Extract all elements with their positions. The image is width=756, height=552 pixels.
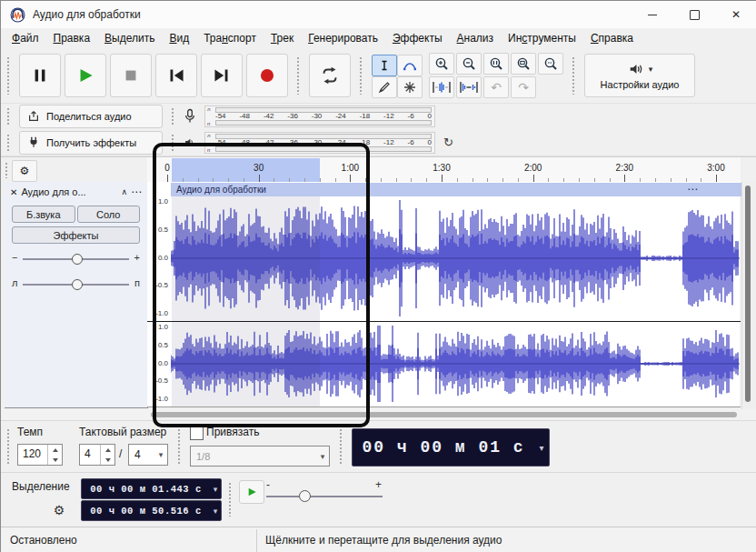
track-collapse-icon[interactable]: ∧ xyxy=(121,187,127,196)
track-effects-button[interactable]: Эффекты xyxy=(12,226,140,244)
tempo-input[interactable]: 120 xyxy=(17,444,63,466)
toolbar-grip[interactable] xyxy=(572,56,576,95)
toolbar-grip[interactable] xyxy=(171,107,175,125)
toolbar-grip[interactable] xyxy=(296,56,301,95)
toolbar-grip[interactable] xyxy=(228,482,233,517)
menu-item-7[interactable]: Генерировать xyxy=(301,30,385,46)
trim-outside-selection-button[interactable] xyxy=(429,76,454,98)
audio-position-display[interactable]: 00 ч 00 м 01 с ▾ xyxy=(352,428,550,467)
clip-menu-icon[interactable]: ⋯ xyxy=(687,183,698,196)
minimize-button[interactable] xyxy=(632,1,673,28)
snap-select[interactable]: 1/8 ▾ xyxy=(190,446,330,467)
selection-start-value[interactable]: 00 ч 00 м 01.443 с xyxy=(82,484,210,495)
toolbar-grip[interactable] xyxy=(171,134,175,152)
tempo-value[interactable]: 120 xyxy=(18,445,47,465)
waveform-area[interactable]: Аудио для обработки ⋯ xyxy=(171,182,740,407)
track-bottom-edge[interactable] xyxy=(147,406,741,407)
play-button[interactable] xyxy=(65,54,106,97)
multi-tool-button[interactable] xyxy=(397,76,423,98)
clip-header[interactable]: Аудио для обработки ⋯ xyxy=(171,183,745,196)
zoom-in-button[interactable] xyxy=(429,53,454,75)
menu-item-10[interactable]: Инструменты xyxy=(501,30,583,46)
toolbar-grip[interactable] xyxy=(177,428,182,465)
beats-input[interactable]: 4 xyxy=(79,444,115,466)
stop-button[interactable] xyxy=(110,54,152,97)
toolbar-grip[interactable] xyxy=(6,56,11,95)
pause-button[interactable] xyxy=(19,54,61,97)
zoom-fit-project-button[interactable] xyxy=(511,53,536,75)
track-control-panel[interactable]: ✕ Аудио для о... ∧ ⋯ Б.звука Соло Эффект… xyxy=(5,182,148,408)
chevron-down-icon[interactable]: ▾ xyxy=(534,443,549,453)
gain-slider[interactable]: − + xyxy=(12,249,140,269)
monitor-refresh-icon[interactable]: ↻ xyxy=(443,135,453,149)
loop-button[interactable] xyxy=(309,54,351,97)
menu-item-5[interactable]: Транспорт xyxy=(196,30,264,46)
redo-button[interactable]: ↷ xyxy=(511,76,536,98)
pan-slider[interactable]: л п xyxy=(12,275,140,295)
selection-end-value[interactable]: 00 ч 00 м 50.516 с xyxy=(82,506,210,517)
envelope-tool-button[interactable] xyxy=(397,55,423,76)
menu-item-11[interactable]: Справка xyxy=(583,30,641,46)
beats-spinner[interactable] xyxy=(100,445,114,465)
skip-to-start-button[interactable] xyxy=(155,54,197,97)
get-effects-button[interactable]: Получить эффекты xyxy=(19,131,163,155)
selection-end-field[interactable]: 00 ч 00 м 50.516 с ▾ xyxy=(81,500,222,521)
snap-checkbox[interactable] xyxy=(190,427,204,440)
audio-setup-button[interactable]: ▾ Настройки аудио xyxy=(584,54,695,97)
recording-meter[interactable]: л п -54-48-42-36-30-24-18-12-60 xyxy=(204,105,435,127)
close-button[interactable]: ✕ xyxy=(715,1,756,28)
solo-button[interactable]: Соло xyxy=(77,206,141,223)
tempo-spinner[interactable] xyxy=(47,445,62,465)
vertical-scrollbar[interactable] xyxy=(741,182,756,409)
channel-separator[interactable] xyxy=(147,321,741,322)
silence-selection-button[interactable] xyxy=(456,76,482,98)
menu-item-8[interactable]: Эффекты xyxy=(385,30,450,46)
skip-to-end-button[interactable] xyxy=(201,54,243,97)
playback-meter[interactable]: л п -54-48-42-36-30-24-18-12-60 xyxy=(204,132,435,154)
denominator-select[interactable]: 4 ▾ xyxy=(128,444,168,466)
beats-value[interactable]: 4 xyxy=(80,445,100,465)
track-name[interactable]: Аудио для о... xyxy=(21,186,117,197)
menu-item-2[interactable]: Правка xyxy=(46,30,98,46)
menu-item-4[interactable]: Вид xyxy=(162,30,196,46)
vertical-scrollbar-thumb[interactable] xyxy=(745,186,751,402)
pan-slider-thumb[interactable] xyxy=(72,279,83,290)
zoom-out-button[interactable] xyxy=(456,53,482,75)
spin-down-button[interactable] xyxy=(48,455,62,465)
toolbar-grip[interactable] xyxy=(6,107,11,125)
draw-tool-button[interactable] xyxy=(372,76,397,98)
toolbar-grip[interactable] xyxy=(5,162,9,178)
timeline-ruler[interactable]: 0301:001:302:002:303:00 xyxy=(147,157,741,184)
menu-item-1[interactable]: Файл xyxy=(5,30,46,46)
audio-position-value[interactable]: 00 ч 00 м 01 с xyxy=(353,438,534,457)
track-close-icon[interactable]: ✕ xyxy=(10,187,17,197)
zoom-toggle-button[interactable] xyxy=(538,53,563,75)
horizontal-scrollbar-thumb[interactable] xyxy=(151,412,737,417)
menu-item-3[interactable]: Выделить xyxy=(97,30,162,46)
mute-button[interactable]: Б.звука xyxy=(12,206,75,223)
selection-options-button[interactable]: ⚙ xyxy=(48,500,70,520)
speed-slider-groove[interactable] xyxy=(266,496,383,497)
toolbar-grip[interactable] xyxy=(339,428,343,465)
spin-up-button[interactable] xyxy=(48,445,62,455)
chevron-down-icon[interactable]: ▾ xyxy=(210,507,221,516)
menu-item-9[interactable]: Анализ xyxy=(450,30,502,46)
zoom-selection-button[interactable] xyxy=(483,53,509,75)
toolbar-grip[interactable] xyxy=(359,56,363,95)
gain-slider-thumb[interactable] xyxy=(72,254,83,265)
toolbar-grip[interactable] xyxy=(6,134,11,152)
timeline-options-button[interactable]: ⚙ xyxy=(12,160,37,182)
chevron-down-icon[interactable]: ▾ xyxy=(210,485,221,494)
selection-start-field[interactable]: 00 ч 00 м 01.443 с ▾ xyxy=(81,478,222,499)
undo-button[interactable]: ↶ xyxy=(483,76,509,98)
speed-slider-thumb[interactable] xyxy=(299,490,311,502)
toolbar-grip[interactable] xyxy=(6,428,11,465)
spin-up-button[interactable] xyxy=(101,445,114,455)
menu-item-6[interactable]: Трек xyxy=(264,30,301,46)
spin-down-button[interactable] xyxy=(101,455,114,465)
maximize-button[interactable] xyxy=(673,1,715,28)
share-audio-button[interactable]: Поделиться аудио xyxy=(19,105,163,128)
vertical-scale-ruler[interactable]: 1.00.50.0-0.5-1.0 1.00.50.0-0.5-1.0 xyxy=(147,182,172,407)
record-button[interactable] xyxy=(246,54,288,97)
horizontal-scrollbar[interactable] xyxy=(1,409,756,420)
